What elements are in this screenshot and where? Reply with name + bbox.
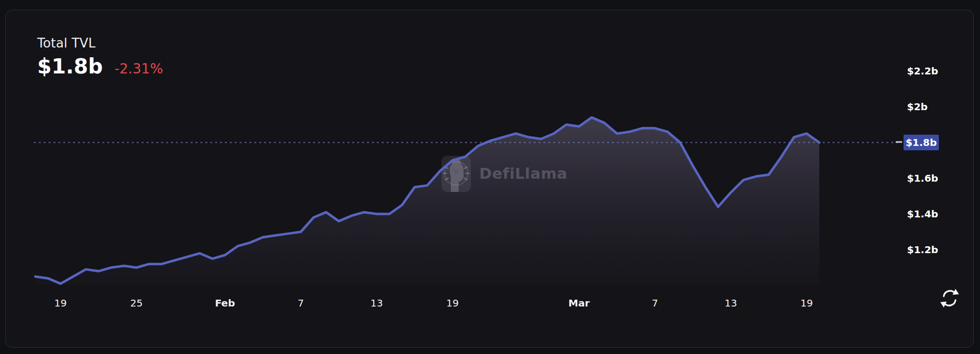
y-axis-label: $1.4b xyxy=(907,208,966,220)
y-axis-label: $1.6b xyxy=(907,172,966,184)
current-value-axis-badge: $1.8b xyxy=(904,135,939,150)
title-block: Total TVL $1.8b -2.31% xyxy=(37,36,163,78)
tvl-chart-card: Total TVL $1.8b -2.31% xyxy=(5,10,974,348)
refresh-icon xyxy=(939,287,960,309)
y-axis-label: $2b xyxy=(907,101,966,113)
x-axis-label: 7 xyxy=(298,297,304,309)
y-axis-label: $1.2b xyxy=(907,244,966,256)
tvl-change-percent: -2.31% xyxy=(115,61,163,77)
page-title: Total TVL xyxy=(37,36,163,50)
x-axis-label: 19 xyxy=(446,297,459,309)
refresh-button[interactable] xyxy=(938,286,961,310)
x-axis-label: 13 xyxy=(725,297,737,309)
y-axis-label: $2.2b xyxy=(907,65,966,77)
x-axis-label: 19 xyxy=(54,297,67,309)
x-axis-label: Feb xyxy=(215,297,235,309)
x-axis-label: Mar xyxy=(568,297,589,309)
x-axis-label: 13 xyxy=(370,297,383,309)
x-axis-label: 25 xyxy=(130,297,143,309)
x-axis-label: 19 xyxy=(800,297,812,309)
tvl-value: $1.8b xyxy=(37,54,103,78)
x-axis-label: 7 xyxy=(652,297,658,309)
headline: $1.8b -2.31% xyxy=(37,54,163,78)
